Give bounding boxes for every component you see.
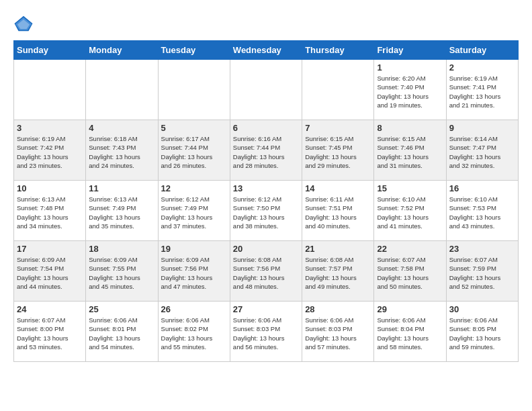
calendar-cell: 4Sunrise: 6:18 AM Sunset: 7:43 PM Daylig… [86, 120, 158, 181]
day-number: 20 [233, 244, 299, 254]
day-info: Sunrise: 6:13 AM Sunset: 7:48 PM Dayligh… [17, 195, 83, 230]
day-info: Sunrise: 6:06 AM Sunset: 8:02 PM Dayligh… [161, 316, 227, 351]
calendar-cell: 29Sunrise: 6:06 AM Sunset: 8:04 PM Dayli… [374, 302, 446, 362]
day-header-tuesday: Tuesday [158, 41, 230, 60]
day-info: Sunrise: 6:07 AM Sunset: 7:59 PM Dayligh… [449, 255, 515, 291]
calendar-cell: 20Sunrise: 6:08 AM Sunset: 7:56 PM Dayli… [230, 241, 302, 302]
calendar-cell: 15Sunrise: 6:10 AM Sunset: 7:52 PM Dayli… [374, 181, 446, 241]
calendar-cell: 12Sunrise: 6:12 AM Sunset: 7:49 PM Dayli… [158, 181, 230, 241]
day-number: 2 [449, 62, 515, 73]
day-info: Sunrise: 6:06 AM Sunset: 8:04 PM Dayligh… [377, 316, 443, 351]
calendar-cell: 25Sunrise: 6:06 AM Sunset: 8:01 PM Dayli… [86, 302, 158, 362]
day-info: Sunrise: 6:10 AM Sunset: 7:52 PM Dayligh… [377, 195, 443, 230]
week-row-1: 1Sunrise: 6:20 AM Sunset: 7:40 PM Daylig… [14, 60, 519, 120]
day-number: 15 [377, 183, 443, 193]
calendar-cell [158, 60, 230, 120]
day-number: 22 [377, 244, 443, 254]
day-info: Sunrise: 6:08 AM Sunset: 7:57 PM Dayligh… [305, 255, 371, 291]
day-number: 11 [89, 183, 154, 193]
day-number: 9 [449, 123, 515, 133]
day-info: Sunrise: 6:06 AM Sunset: 8:05 PM Dayligh… [449, 316, 515, 351]
calendar-header: SundayMondayTuesdayWednesdayThursdayFrid… [14, 41, 519, 60]
day-header-friday: Friday [374, 41, 446, 60]
day-info: Sunrise: 6:11 AM Sunset: 7:51 PM Dayligh… [305, 195, 371, 230]
calendar-cell: 27Sunrise: 6:06 AM Sunset: 8:03 PM Dayli… [230, 302, 302, 362]
day-info: Sunrise: 6:13 AM Sunset: 7:49 PM Dayligh… [89, 195, 154, 230]
calendar-cell [86, 60, 158, 120]
day-number: 6 [233, 123, 299, 133]
calendar-cell: 6Sunrise: 6:16 AM Sunset: 7:44 PM Daylig… [230, 120, 302, 181]
day-number: 12 [161, 183, 227, 193]
calendar-body: 1Sunrise: 6:20 AM Sunset: 7:40 PM Daylig… [14, 60, 519, 362]
day-number: 26 [161, 304, 227, 314]
day-number: 17 [17, 244, 83, 254]
calendar-cell: 5Sunrise: 6:17 AM Sunset: 7:44 PM Daylig… [158, 120, 230, 181]
day-info: Sunrise: 6:07 AM Sunset: 8:00 PM Dayligh… [17, 316, 83, 351]
day-number: 29 [377, 304, 443, 314]
day-info: Sunrise: 6:12 AM Sunset: 7:50 PM Dayligh… [233, 195, 299, 230]
day-header-sunday: Sunday [14, 41, 86, 60]
calendar-cell [302, 60, 374, 120]
calendar-cell [230, 60, 302, 120]
calendar-cell [14, 60, 86, 120]
calendar-cell: 7Sunrise: 6:15 AM Sunset: 7:45 PM Daylig… [302, 120, 374, 181]
day-info: Sunrise: 6:14 AM Sunset: 7:47 PM Dayligh… [449, 134, 515, 170]
day-number: 18 [89, 244, 154, 254]
day-number: 19 [161, 244, 227, 254]
day-info: Sunrise: 6:06 AM Sunset: 8:01 PM Dayligh… [89, 316, 154, 351]
day-number: 27 [233, 304, 299, 314]
calendar-cell: 17Sunrise: 6:09 AM Sunset: 7:54 PM Dayli… [14, 241, 86, 302]
calendar-cell: 23Sunrise: 6:07 AM Sunset: 7:59 PM Dayli… [446, 241, 518, 302]
day-info: Sunrise: 6:06 AM Sunset: 8:03 PM Dayligh… [233, 316, 299, 351]
calendar-cell: 18Sunrise: 6:09 AM Sunset: 7:55 PM Dayli… [86, 241, 158, 302]
calendar-cell: 26Sunrise: 6:06 AM Sunset: 8:02 PM Dayli… [158, 302, 230, 362]
day-info: Sunrise: 6:20 AM Sunset: 7:40 PM Dayligh… [377, 74, 443, 109]
calendar-cell: 19Sunrise: 6:09 AM Sunset: 7:56 PM Dayli… [158, 241, 230, 302]
day-info: Sunrise: 6:18 AM Sunset: 7:43 PM Dayligh… [89, 134, 154, 170]
day-info: Sunrise: 6:17 AM Sunset: 7:44 PM Dayligh… [161, 134, 227, 170]
day-info: Sunrise: 6:06 AM Sunset: 8:03 PM Dayligh… [305, 316, 371, 351]
day-header-saturday: Saturday [446, 41, 518, 60]
calendar-cell: 14Sunrise: 6:11 AM Sunset: 7:51 PM Dayli… [302, 181, 374, 241]
day-info: Sunrise: 6:16 AM Sunset: 7:44 PM Dayligh… [233, 134, 299, 170]
week-row-3: 10Sunrise: 6:13 AM Sunset: 7:48 PM Dayli… [14, 181, 519, 241]
day-header-monday: Monday [86, 41, 158, 60]
day-info: Sunrise: 6:15 AM Sunset: 7:45 PM Dayligh… [305, 134, 371, 170]
calendar-cell: 8Sunrise: 6:15 AM Sunset: 7:46 PM Daylig… [374, 120, 446, 181]
calendar-cell: 9Sunrise: 6:14 AM Sunset: 7:47 PM Daylig… [446, 120, 518, 181]
logo-icon [13, 13, 34, 34]
day-number: 1 [377, 62, 443, 73]
day-info: Sunrise: 6:09 AM Sunset: 7:55 PM Dayligh… [89, 255, 154, 291]
day-header-wednesday: Wednesday [230, 41, 302, 60]
day-info: Sunrise: 6:10 AM Sunset: 7:53 PM Dayligh… [449, 195, 515, 230]
calendar-cell: 1Sunrise: 6:20 AM Sunset: 7:40 PM Daylig… [374, 60, 446, 120]
day-number: 10 [17, 183, 83, 193]
day-number: 25 [89, 304, 154, 314]
day-number: 5 [161, 123, 227, 133]
page-header [13, 13, 519, 34]
calendar-cell: 28Sunrise: 6:06 AM Sunset: 8:03 PM Dayli… [302, 302, 374, 362]
calendar-cell: 21Sunrise: 6:08 AM Sunset: 7:57 PM Dayli… [302, 241, 374, 302]
day-info: Sunrise: 6:15 AM Sunset: 7:46 PM Dayligh… [377, 134, 443, 170]
week-row-2: 3Sunrise: 6:19 AM Sunset: 7:42 PM Daylig… [14, 120, 519, 181]
day-info: Sunrise: 6:19 AM Sunset: 7:42 PM Dayligh… [17, 134, 83, 170]
day-number: 3 [17, 123, 83, 133]
calendar-cell: 11Sunrise: 6:13 AM Sunset: 7:49 PM Dayli… [86, 181, 158, 241]
header-row: SundayMondayTuesdayWednesdayThursdayFrid… [14, 41, 519, 60]
day-number: 16 [449, 183, 515, 193]
calendar-cell: 13Sunrise: 6:12 AM Sunset: 7:50 PM Dayli… [230, 181, 302, 241]
day-info: Sunrise: 6:19 AM Sunset: 7:41 PM Dayligh… [449, 74, 515, 109]
calendar-cell: 10Sunrise: 6:13 AM Sunset: 7:48 PM Dayli… [14, 181, 86, 241]
week-row-4: 17Sunrise: 6:09 AM Sunset: 7:54 PM Dayli… [14, 241, 519, 302]
day-number: 23 [449, 244, 515, 254]
day-info: Sunrise: 6:09 AM Sunset: 7:54 PM Dayligh… [17, 255, 83, 291]
day-header-thursday: Thursday [302, 41, 374, 60]
calendar-cell: 16Sunrise: 6:10 AM Sunset: 7:53 PM Dayli… [446, 181, 518, 241]
day-info: Sunrise: 6:12 AM Sunset: 7:49 PM Dayligh… [161, 195, 227, 230]
day-info: Sunrise: 6:08 AM Sunset: 7:56 PM Dayligh… [233, 255, 299, 291]
calendar-table: SundayMondayTuesdayWednesdayThursdayFrid… [13, 40, 519, 362]
day-number: 7 [305, 123, 371, 133]
calendar-cell: 24Sunrise: 6:07 AM Sunset: 8:00 PM Dayli… [14, 302, 86, 362]
day-number: 24 [17, 304, 83, 314]
day-number: 8 [377, 123, 443, 133]
